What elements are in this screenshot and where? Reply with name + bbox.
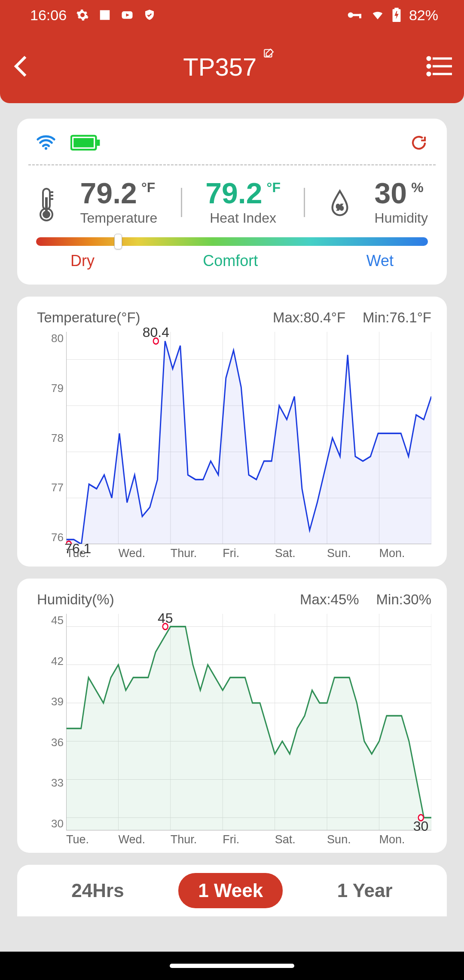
- home-pill[interactable]: [170, 964, 294, 968]
- metrics-row: 79.2 °F Temperature 79.2 °F Heat Index %…: [36, 178, 428, 235]
- temp-chart-min: Min:76.1°F: [363, 309, 431, 326]
- temperature-chart-card: Temperature(°F) Max:80.4°F Min:76.1°F 80…: [17, 297, 447, 567]
- hum-x-axis: Tue.Wed.Thur.Fri.Sat.Sun.Mon.: [66, 833, 431, 850]
- hum-chart-title: Humidity(%): [37, 591, 300, 608]
- square-icon: [98, 9, 111, 21]
- hum-value: 30: [375, 178, 407, 208]
- svg-rect-0: [100, 10, 110, 20]
- android-status-bar: 16:06 82%: [0, 0, 464, 30]
- svg-point-8: [427, 57, 430, 60]
- svg-rect-16: [73, 138, 94, 147]
- label-comfort: Comfort: [203, 252, 258, 270]
- refresh-button[interactable]: [410, 134, 428, 153]
- gear-icon: [76, 9, 89, 21]
- comfort-gradient: [36, 237, 428, 246]
- heat-label: Heat Index: [210, 210, 276, 226]
- temp-chart[interactable]: 8079787776 80.476.1 Tue.Wed.Thur.Fri.Sat…: [37, 332, 431, 564]
- thermometer-icon: [36, 187, 57, 218]
- key-icon: [346, 9, 363, 21]
- page-content: 79.2 °F Temperature 79.2 °F Heat Index %…: [0, 103, 464, 916]
- temp-label: Temperature: [80, 210, 158, 226]
- range-tab-1 week[interactable]: 1 Week: [178, 873, 283, 908]
- range-tab-24hrs[interactable]: 24Hrs: [52, 873, 143, 908]
- comfort-handle: [114, 234, 122, 249]
- menu-button[interactable]: [426, 56, 452, 77]
- svg-text:%: %: [336, 202, 343, 211]
- temp-x-axis: Tue.Wed.Thur.Fri.Sat.Sun.Mon.: [66, 547, 431, 564]
- separator: [304, 188, 305, 217]
- hum-y-axis: 454239363330: [37, 614, 66, 830]
- svg-point-20: [43, 211, 49, 217]
- hum-label: Humidity: [375, 210, 428, 226]
- heat-unit: °F: [267, 180, 281, 196]
- separator: [181, 188, 182, 217]
- svg-point-12: [427, 73, 430, 75]
- comfort-labels: Dry Comfort Wet: [36, 252, 428, 270]
- droplet-icon: %: [329, 189, 351, 216]
- divider: [28, 164, 436, 165]
- svg-rect-6: [394, 8, 398, 10]
- app-bar: TP357: [0, 30, 464, 103]
- svg-rect-4: [359, 14, 361, 18]
- edit-title-icon[interactable]: [263, 48, 274, 61]
- label-wet: Wet: [366, 252, 394, 270]
- android-nav-bar: [0, 952, 464, 980]
- wifi-icon: [371, 9, 384, 21]
- metric-heat-index: 79.2 °F Heat Index: [205, 178, 281, 226]
- shield-check-icon: [143, 9, 156, 21]
- temp-chart-title: Temperature(°F): [37, 309, 273, 326]
- metric-temperature: 79.2 °F Temperature: [80, 178, 158, 226]
- svg-point-2: [348, 12, 354, 18]
- device-status-row: [36, 131, 428, 156]
- temp-chart-max: Max:80.4°F: [273, 309, 345, 326]
- metric-humidity: 30 % Humidity: [375, 178, 428, 226]
- heat-value: 79.2: [205, 178, 262, 208]
- temp-unit: °F: [141, 180, 155, 196]
- page-title: TP357: [183, 52, 256, 81]
- status-battery: 82%: [409, 7, 438, 24]
- device-status-card: 79.2 °F Temperature 79.2 °F Heat Index %…: [17, 119, 447, 285]
- hum-plot-area: 4530: [66, 614, 431, 830]
- back-button[interactable]: [12, 54, 31, 80]
- svg-point-14: [45, 147, 47, 150]
- temp-plot-area: 80.476.1: [66, 332, 431, 544]
- hum-chart-min: Min:30%: [376, 591, 431, 608]
- humidity-chart-card: Humidity(%) Max:45% Min:30% 454239363330…: [17, 579, 447, 853]
- range-tabs: 24Hrs1 Week1 Year: [17, 865, 447, 916]
- hum-unit: %: [411, 180, 423, 196]
- svg-rect-17: [97, 140, 100, 146]
- hum-chart[interactable]: 454239363330 4530 Tue.Wed.Thur.Fri.Sat.S…: [37, 614, 431, 850]
- svg-point-10: [427, 65, 430, 67]
- battery-charging-icon: [392, 8, 401, 22]
- device-battery-icon: [70, 135, 101, 153]
- status-time: 16:06: [30, 7, 67, 24]
- status-left: 16:06: [30, 7, 156, 24]
- title-wrap: TP357: [31, 52, 426, 81]
- signal-icon: [36, 134, 56, 153]
- label-dry: Dry: [70, 252, 95, 270]
- range-tab-1 year[interactable]: 1 Year: [317, 873, 412, 908]
- youtube-icon: [121, 9, 134, 21]
- hum-chart-max: Max:45%: [300, 591, 359, 608]
- temp-y-axis: 8079787776: [37, 332, 66, 544]
- temp-value: 79.2: [80, 178, 137, 208]
- status-right: 82%: [346, 7, 438, 24]
